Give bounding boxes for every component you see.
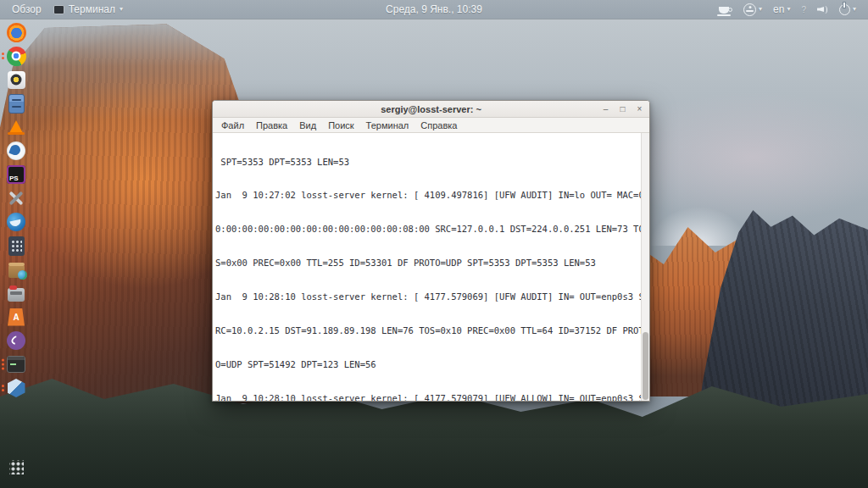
desktop: Обзор Терминал ▾ Среда, 9 Янв., 10:39 ▾ … xyxy=(0,0,868,488)
chrome-icon xyxy=(7,47,26,66)
terminal-icon xyxy=(7,356,25,373)
chevron-down-icon: ▾ xyxy=(853,6,856,13)
maximize-button[interactable]: □ xyxy=(616,103,629,115)
terminal-line: SPT=5353 DPT=5353 LEN=53 xyxy=(215,157,640,168)
top-bar: Обзор Терминал ▾ Среда, 9 Янв., 10:39 ▾ … xyxy=(0,0,868,19)
vlc-icon xyxy=(8,120,24,135)
scrollbar-thumb[interactable] xyxy=(643,332,648,400)
dock-item-tools[interactable] xyxy=(0,188,32,208)
menu-help[interactable]: Справка xyxy=(415,120,462,130)
show-applications-button[interactable] xyxy=(0,456,32,478)
caffeine-icon[interactable] xyxy=(719,7,729,14)
menu-terminal[interactable]: Терминал xyxy=(361,120,415,130)
virtualbox-icon xyxy=(8,379,25,397)
dock-item-fax[interactable] xyxy=(0,283,32,303)
dock-item-calculator[interactable] xyxy=(0,236,32,256)
keyboard-layout-label: en xyxy=(773,3,784,15)
running-indicator xyxy=(2,385,4,391)
accessibility-icon xyxy=(743,3,756,16)
app-grid-icon xyxy=(9,460,24,474)
menu-file[interactable]: Файл xyxy=(216,120,249,130)
package-globe-icon xyxy=(8,265,25,278)
firefox-icon xyxy=(7,23,26,42)
dock-item-firefox[interactable] xyxy=(0,22,32,42)
minimize-button[interactable]: – xyxy=(599,103,612,115)
dock-item-package-manager[interactable] xyxy=(0,259,32,280)
window-title: sergiy@losst-server: ~ xyxy=(381,104,481,114)
fax-icon xyxy=(8,288,25,302)
activities-button[interactable]: Обзор xyxy=(12,3,42,15)
viber-icon xyxy=(7,331,25,350)
dock-item-thunderbird[interactable] xyxy=(0,212,32,232)
file-cabinet-icon xyxy=(8,94,25,114)
app-menu[interactable]: Терминал ▾ xyxy=(53,3,123,15)
close-button[interactable]: × xyxy=(633,103,646,115)
chevron-down-icon: ▾ xyxy=(787,6,790,13)
tools-icon xyxy=(7,189,25,208)
dock-item-terminal[interactable] xyxy=(0,354,32,374)
running-indicator xyxy=(2,359,4,370)
camera-icon xyxy=(8,71,25,89)
accessibility-menu[interactable]: ▾ xyxy=(743,3,762,16)
running-indicator xyxy=(2,53,4,59)
help-indicator: ? xyxy=(801,5,806,14)
dock-item-messenger[interactable] xyxy=(0,141,32,161)
dock-item-chrome[interactable] xyxy=(0,46,32,66)
terminal-content[interactable]: SPT=5353 DPT=5353 LEN=53 Jan 9 10:27:02 … xyxy=(213,133,649,401)
thunderbird-icon xyxy=(7,213,25,231)
phpstorm-icon: PS xyxy=(7,165,25,184)
chevron-down-icon: ▾ xyxy=(759,6,762,13)
terminal-window: sergiy@losst-server: ~ – □ × Файл Правка… xyxy=(212,100,650,402)
terminal-line: S=0x00 PREC=0x00 TTL=255 ID=53301 DF PRO… xyxy=(215,258,640,269)
menu-search[interactable]: Поиск xyxy=(323,120,359,130)
dock-item-virtualbox[interactable] xyxy=(0,378,32,398)
calculator-icon xyxy=(8,236,25,256)
terminal-line: O=UDP SPT=51492 DPT=123 LEN=56 xyxy=(215,359,640,370)
power-icon xyxy=(839,4,850,15)
dock-item-camera[interactable] xyxy=(0,69,32,90)
app-menu-label: Терминал xyxy=(69,3,115,15)
terminal-line: 0:00:00:00:00:00:00:00:00:00:00:00:08:00… xyxy=(215,224,640,235)
terminal-line: Jan 9 10:28:10 losst-server kernel: [ 41… xyxy=(215,393,640,401)
menu-edit[interactable]: Правка xyxy=(251,120,292,130)
volume-icon[interactable] xyxy=(817,5,828,14)
terminal-scrollbar[interactable] xyxy=(641,133,649,401)
dock-item-viber[interactable] xyxy=(0,330,32,351)
terminal-line: RC=10.0.2.15 DST=91.189.89.198 LEN=76 TO… xyxy=(215,325,640,336)
dock-item-software-store[interactable]: A xyxy=(0,307,32,327)
dock-item-file-cabinet[interactable] xyxy=(0,93,32,114)
terminal-app-icon xyxy=(53,5,64,14)
keyboard-layout-menu[interactable]: en ▾ xyxy=(773,3,790,15)
dock: PS A xyxy=(0,22,32,398)
window-titlebar[interactable]: sergiy@losst-server: ~ – □ × xyxy=(213,101,649,118)
dock-item-phpstorm[interactable]: PS xyxy=(0,164,32,185)
terminal-line: Jan 9 10:27:02 losst-server kernel: [ 41… xyxy=(215,190,640,201)
clock[interactable]: Среда, 9 Янв., 10:39 xyxy=(386,3,482,15)
software-store-icon: A xyxy=(8,308,25,326)
menu-view[interactable]: Вид xyxy=(294,120,321,130)
dock-item-vlc[interactable] xyxy=(0,117,32,137)
window-menubar: Файл Правка Вид Поиск Терминал Справка xyxy=(213,118,649,133)
chevron-down-icon: ▾ xyxy=(120,6,123,13)
messenger-icon xyxy=(7,141,25,160)
terminal-line: Jan 9 10:28:10 losst-server kernel: [ 41… xyxy=(215,291,640,302)
system-menu[interactable]: ▾ xyxy=(839,4,856,15)
